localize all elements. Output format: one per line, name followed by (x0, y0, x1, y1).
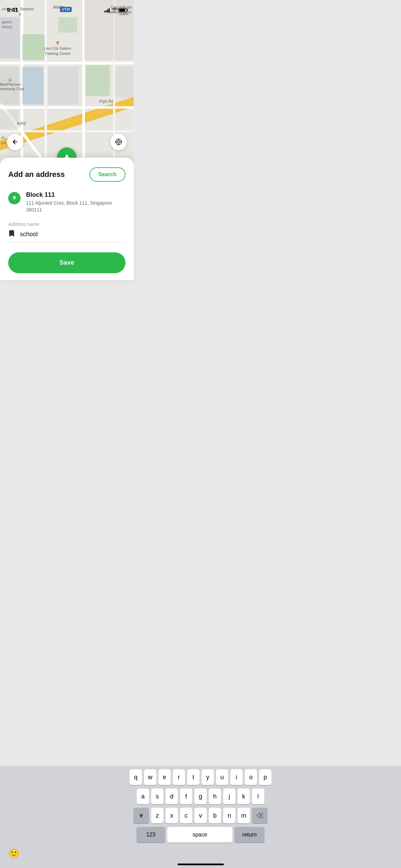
svg-text:🏛: 🏛 (8, 78, 12, 83)
address-row: Block 111 111 Aljunied Cres, Block 111, … (8, 191, 125, 213)
wifi-icon (111, 8, 117, 13)
svg-text:Lion City Sailors: Lion City Sailors (44, 46, 71, 50)
svg-text:Community Club: Community Club (0, 87, 24, 91)
svg-rect-16 (115, 67, 134, 98)
address-name-input[interactable]: school (20, 231, 38, 238)
svg-text:ati-: ati- (1, 136, 6, 140)
sheet-title: Add an address (8, 170, 65, 179)
svg-rect-12 (48, 67, 79, 105)
svg-text:Training Centre: Training Centre (45, 51, 70, 56)
svg-rect-17 (22, 67, 44, 105)
svg-text:garet's: garet's (2, 20, 12, 24)
status-icons (104, 8, 127, 13)
svg-text:📍: 📍 (55, 41, 61, 47)
back-button[interactable] (7, 134, 23, 150)
save-button[interactable]: Save (8, 252, 125, 273)
name-input-row[interactable]: school (8, 230, 125, 243)
svg-rect-10 (86, 65, 110, 96)
svg-text:rimary): rimary) (2, 25, 12, 29)
locate-button[interactable] (110, 134, 127, 150)
svg-rect-15 (0, 110, 19, 129)
svg-rect-9 (58, 17, 77, 33)
signal-bars-icon (104, 8, 110, 12)
status-bar: 9:41 (0, 0, 134, 16)
svg-text:KPE: KPE (17, 121, 26, 126)
address-info: Block 111 111 Aljunied Cres, Block 111, … (26, 191, 125, 213)
svg-rect-5 (45, 0, 47, 171)
status-time: 9:41 (7, 7, 18, 14)
svg-text:MacPherson: MacPherson (0, 82, 21, 86)
svg-rect-8 (22, 34, 45, 60)
svg-text:gap: gap (1, 141, 7, 145)
name-field-section: Address name school (8, 221, 125, 243)
svg-text:Pipit Rd: Pipit Rd (99, 99, 113, 104)
bottom-sheet: Add an address Search Block 111 111 Alju… (0, 158, 134, 280)
address-block-name: Block 111 (26, 191, 125, 198)
svg-point-37 (14, 197, 15, 198)
search-button[interactable]: Search (89, 167, 125, 182)
bookmark-icon (8, 230, 15, 239)
battery-icon (119, 8, 127, 12)
svg-point-34 (117, 141, 120, 143)
name-field-label: Address name (8, 221, 125, 227)
sheet-header: Add an address Search (8, 167, 125, 182)
address-full: 111 Aljunied Cres, Block 111, Singapore … (26, 200, 125, 213)
address-pin-icon (8, 192, 21, 204)
